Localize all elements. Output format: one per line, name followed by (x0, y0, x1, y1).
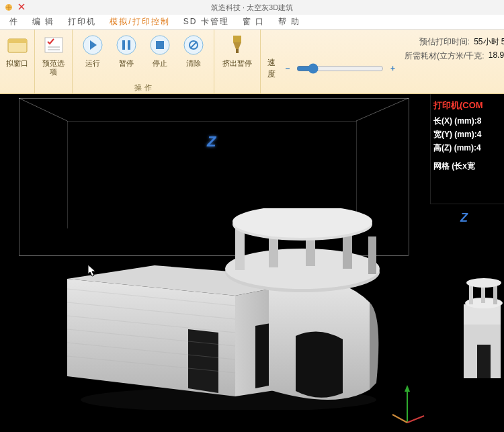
svg-rect-27 (235, 228, 245, 270)
svg-rect-16 (236, 49, 239, 53)
sim-window-button[interactable]: 拟窗口 (4, 32, 30, 68)
close-doc-icon[interactable] (17, 3, 26, 11)
axis-gizmo[interactable] (387, 382, 427, 429)
checklist-icon (42, 34, 65, 56)
est-time-value: 55小时 59分钟 11 (474, 36, 504, 48)
speed-label: 速度 (267, 57, 282, 80)
svg-rect-50 (493, 284, 497, 304)
svg-marker-23 (188, 329, 218, 393)
svg-rect-8 (122, 40, 125, 50)
svg-line-42 (407, 416, 424, 423)
window-title: 筑造科技 · 太空灰3D建筑 (211, 3, 293, 13)
menu-help[interactable]: 帮 助 (271, 16, 307, 28)
run-button[interactable]: 运行 (77, 32, 109, 68)
extrude-pause-button[interactable]: 挤出暂停 (218, 32, 256, 68)
ribbon-toolbar: 拟窗口 预范选项 运行 暂停 停止 (0, 30, 504, 94)
app-icon (4, 3, 13, 12)
svg-marker-41 (405, 385, 410, 392)
speed-minus-icon[interactable]: − (282, 64, 292, 73)
axis-z-label-mini: Z (460, 211, 468, 225)
menu-sim-control[interactable]: 模拟/打印控制 (103, 16, 176, 28)
svg-rect-46 (477, 345, 491, 378)
material-value: 18.98 | 45939 (489, 50, 504, 62)
pause-button[interactable]: 暂停 (110, 32, 142, 68)
svg-point-51 (466, 278, 501, 288)
svg-point-7 (117, 36, 136, 54)
speed-slider[interactable] (296, 63, 384, 74)
extruder-icon (225, 33, 249, 57)
svg-rect-2 (8, 39, 27, 43)
stats-group-label: 打印统计 (405, 81, 504, 91)
svg-rect-11 (156, 41, 164, 49)
svg-rect-15 (233, 36, 241, 42)
svg-rect-31 (368, 236, 376, 274)
window-icon (6, 34, 29, 56)
menu-window[interactable]: 窗 口 (236, 16, 271, 28)
menu-bar: 件 编 辑 打印机 模拟/打印控制 SD 卡管理 窗 口 帮 助 (0, 15, 504, 30)
svg-point-26 (225, 249, 380, 289)
svg-rect-48 (469, 284, 473, 304)
dim-z: 高(Z) (mm):4 (433, 142, 501, 154)
play-icon (81, 34, 104, 56)
axis-z-label: Z (207, 133, 216, 150)
secondary-viewport[interactable]: Z (430, 204, 504, 432)
dim-x: 长(X) (mm):8 (433, 116, 501, 127)
workspace: Z (0, 94, 504, 432)
menu-edit[interactable]: 编 辑 (26, 16, 61, 28)
svg-line-18 (356, 98, 409, 121)
menu-printer[interactable]: 打印机 (61, 16, 103, 28)
model-preview (54, 208, 383, 410)
mesh-label: 网格 (长x宽 (433, 161, 501, 172)
main-viewport[interactable]: Z (0, 94, 430, 432)
pause-icon (115, 34, 138, 56)
svg-line-17 (19, 98, 67, 121)
mouse-cursor (87, 264, 97, 277)
stop-button[interactable]: 停止 (144, 32, 176, 68)
material-label: 所需耗材(立方米/千克: (405, 50, 485, 62)
title-bar: 筑造科技 · 太空灰3D建筑 (0, 0, 504, 15)
svg-rect-9 (128, 40, 130, 50)
ops-group-label: 操 作 (73, 83, 214, 93)
menu-sdcard[interactable]: SD 卡管理 (177, 16, 236, 28)
speed-control: 速度 − + (261, 30, 405, 93)
clear-icon (182, 34, 205, 56)
clear-button[interactable]: 清除 (177, 32, 210, 68)
est-time-label: 预估打印时间: (419, 36, 470, 48)
stop-icon (149, 34, 171, 56)
speed-plus-icon[interactable]: + (388, 64, 398, 73)
mini-model-preview (457, 271, 504, 392)
printer-header: 打印机(COM (433, 99, 501, 112)
svg-line-43 (392, 415, 407, 423)
menu-file[interactable]: 件 (3, 16, 26, 28)
print-stats: 预估打印时间:55小时 59分钟 11 所需耗材(立方米/千克:18.98 | … (405, 30, 504, 93)
dim-y: 宽(Y) (mm):4 (433, 129, 501, 140)
preview-options-button[interactable]: 预范选项 (39, 32, 68, 77)
